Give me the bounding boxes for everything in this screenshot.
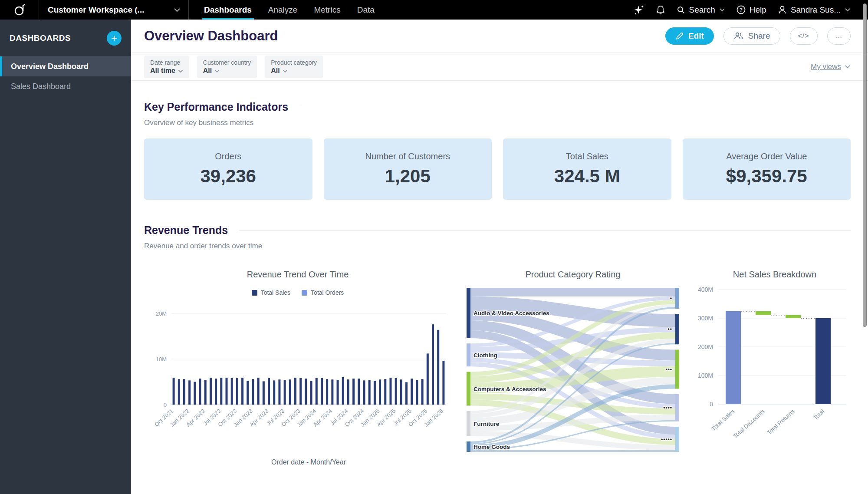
section-title-kpi: Key Performance Indicators: [144, 101, 288, 113]
svg-text:•••••: •••••: [661, 436, 672, 442]
svg-text:Total: Total: [812, 408, 825, 421]
svg-text:Order date - Month/Year: Order date - Month/Year: [271, 458, 346, 466]
section-rule: [299, 107, 851, 107]
nav-tab-data[interactable]: Data: [349, 0, 383, 20]
svg-text:300M: 300M: [698, 315, 713, 322]
gooddata-logo[interactable]: [0, 0, 39, 20]
help-label: Help: [750, 5, 766, 15]
svg-text:400M: 400M: [698, 286, 713, 293]
legend-swatch: [302, 290, 307, 296]
waterfall-chart-svg: 0100M200M300M400MTotal SalesTotal Discou…: [694, 280, 855, 466]
embed-code-button[interactable]: </>: [790, 27, 818, 45]
chart-revenue-trend-over-time[interactable]: Revenue Trend Over Time Total SalesTotal…: [144, 270, 451, 470]
user-name: Sandra Sus...: [791, 5, 841, 15]
workspace-selector[interactable]: Customer Workspace (...: [39, 0, 189, 20]
svg-text:100M: 100M: [698, 372, 713, 379]
chevron-down-icon: [214, 69, 220, 73]
chart-product-category-rating[interactable]: Product Category Rating Audio & Video Ac…: [467, 270, 679, 470]
sidebar-title: DASHBOARDS: [10, 33, 71, 43]
svg-text:Total Discounts: Total Discounts: [732, 408, 766, 440]
filter-product-category[interactable]: Product category All: [265, 56, 323, 78]
kpi-card-orders[interactable]: Orders 39,236: [144, 138, 312, 200]
svg-text:•: •: [670, 295, 672, 301]
nav-tab-metrics[interactable]: Metrics: [306, 0, 349, 20]
chevron-down-icon: [845, 65, 851, 69]
add-dashboard-button[interactable]: +: [107, 31, 122, 46]
search-icon: [677, 6, 685, 14]
legend-item[interactable]: Total Sales: [252, 289, 290, 296]
top-navigation-bar: Customer Workspace (... Dashboards Analy…: [0, 0, 868, 20]
edit-button[interactable]: Edit: [665, 27, 714, 45]
my-views-label: My views: [811, 63, 841, 71]
svg-text:0: 0: [710, 401, 713, 408]
chevron-down-icon: [283, 69, 288, 73]
filter-customer-country[interactable]: Customer country All: [197, 56, 257, 78]
filter-label: Date range: [150, 59, 183, 66]
filter-bar: Date range All time Customer country All…: [131, 53, 868, 81]
kpi-label: Number of Customers: [365, 151, 450, 161]
bar-chart-svg: 010M20MOct 2021Jan 2022Apr 2022Jul 2022O…: [144, 296, 451, 470]
svg-text:Total Returns: Total Returns: [766, 408, 796, 436]
chevron-down-icon: [719, 8, 725, 12]
kpi-value: $9,359.75: [726, 166, 807, 187]
chevron-down-icon: [845, 8, 851, 12]
topbar-right: Search ? Help Sandra Sus...: [633, 0, 868, 20]
legend-swatch: [252, 290, 257, 296]
dashboards-sidebar: DASHBOARDS + Overview Dashboard Sales Da…: [0, 20, 131, 494]
kpi-value: 39,236: [201, 166, 256, 187]
legend-item[interactable]: Total Orders: [302, 289, 344, 296]
legend-label: Total Orders: [311, 289, 344, 296]
kpi-grid: Orders 39,236 Number of Customers 1,205 …: [144, 138, 851, 200]
user-icon: [778, 5, 787, 14]
kpi-label: Total Sales: [566, 151, 608, 161]
page-scrollbar[interactable]: [863, 3, 867, 327]
svg-text:?: ?: [740, 7, 743, 13]
nav-tab-dashboards[interactable]: Dashboards: [196, 0, 260, 20]
svg-text:••••: ••••: [663, 405, 672, 411]
kpi-card-total-sales[interactable]: Total Sales 324.5 M: [503, 138, 671, 200]
chart-net-sales-breakdown[interactable]: Net Sales Breakdown 0100M200M300M400MTot…: [694, 270, 855, 470]
svg-text:20M: 20M: [156, 310, 167, 317]
filter-value: All: [271, 67, 279, 75]
kpi-card-average-order-value[interactable]: Average Order Value $9,359.75: [683, 138, 851, 200]
chart-title: Revenue Trend Over Time: [144, 270, 451, 280]
people-icon: [733, 32, 744, 40]
filter-date-range[interactable]: Date range All time: [144, 56, 189, 78]
share-label: Share: [748, 31, 770, 41]
ellipsis-icon: ...: [835, 32, 842, 40]
nav-tab-analyze[interactable]: Analyze: [260, 0, 306, 20]
kpi-card-number-of-customers[interactable]: Number of Customers 1,205: [324, 138, 492, 200]
user-menu[interactable]: Sandra Sus...: [778, 5, 851, 15]
share-button[interactable]: Share: [723, 27, 780, 45]
ai-assistant-icon[interactable]: [633, 4, 644, 16]
notifications-bell-icon[interactable]: [656, 5, 665, 15]
more-options-button[interactable]: ...: [827, 27, 851, 45]
main-area: Overview Dashboard Edit Share </>: [131, 20, 868, 494]
page-header: Overview Dashboard Edit Share </>: [131, 20, 868, 53]
my-views-link[interactable]: My views: [811, 63, 851, 71]
search-control[interactable]: Search: [677, 5, 725, 15]
svg-text:Furniture: Furniture: [473, 421, 500, 427]
sidebar-item-sales-dashboard[interactable]: Sales Dashboard: [0, 76, 131, 96]
svg-text:10M: 10M: [156, 356, 167, 362]
dashboard-content: Key Performance Indicators Overview of k…: [131, 81, 868, 470]
main-nav: Dashboards Analyze Metrics Data: [196, 0, 383, 20]
sidebar-item-overview-dashboard[interactable]: Overview Dashboard: [0, 56, 131, 76]
filter-value: All: [203, 67, 212, 75]
kpi-value: 324.5 M: [554, 166, 620, 187]
page-title: Overview Dashboard: [144, 28, 278, 44]
kpi-value: 1,205: [385, 166, 431, 187]
svg-text:•••: •••: [665, 366, 672, 372]
sankey-chart-svg: Audio & Video AccessoriesClothingCompute…: [467, 287, 679, 452]
section-subtitle-revenue-trends: Revenue and order trends over time: [144, 242, 851, 250]
gooddata-logo-icon: [14, 4, 25, 16]
code-icon: </>: [798, 32, 809, 40]
kpi-label: Average Order Value: [726, 151, 807, 161]
svg-text:0: 0: [164, 402, 167, 408]
help-control[interactable]: ? Help: [736, 5, 766, 15]
filter-label: Product category: [271, 59, 317, 66]
section-subtitle-kpi: Overview of key business metrics: [144, 119, 851, 127]
help-icon: ?: [736, 5, 746, 14]
filter-value: All time: [150, 67, 175, 75]
svg-text:200M: 200M: [698, 343, 713, 350]
